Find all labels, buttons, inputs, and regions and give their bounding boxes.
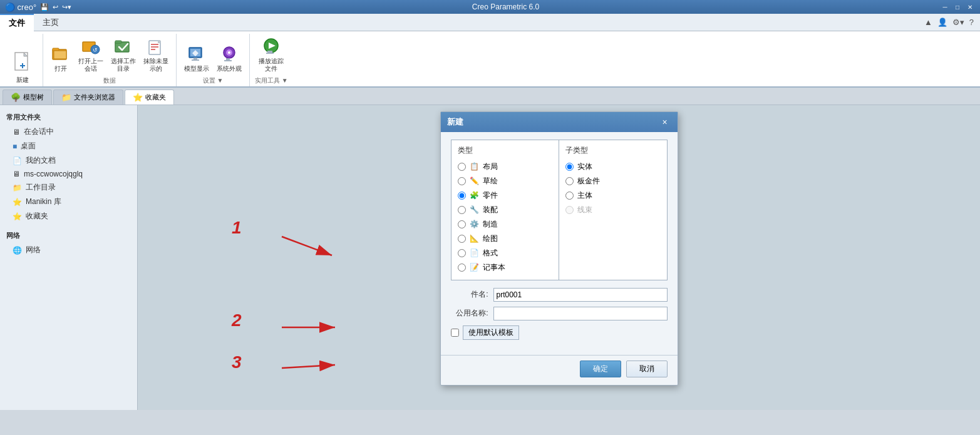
sidebar-item-documents[interactable]: 📄 我的文档 [0,153,137,168]
subtype-col-header: 子类型 [565,145,661,156]
title-bar: 🔵 creo° 💾 ↩ ↪▾ Creo Parametric 6.0 ─ □ ✕ [0,0,980,14]
redo-dropdown-icon[interactable]: ↪▾ [62,3,71,11]
erase-button[interactable]: 抹除未显 示的 [141,35,171,74]
system-appearance-btn-label: 系统外观 [217,65,242,73]
svg-marker-13 [158,41,160,43]
subtype-solid[interactable]: 实体 [565,160,661,174]
user-icon[interactable]: 👤 [937,18,947,27]
type-column: 类型 📋 布局 ✏️ 草绘 [451,140,560,280]
new-btn-label: 新建 [16,76,29,84]
settings-group-label: 设置 ▼ [203,76,224,85]
ribbon-group-data: 打开 ↺ 打开上一 会话 [43,34,177,86]
system-appearance-icon [219,44,239,64]
svg-line-31 [282,237,332,255]
quick-access-icon[interactable]: 💾 [40,3,49,11]
tab-folder-browser[interactable]: 📁 文件夹浏览器 [53,90,123,105]
open-button[interactable]: 打开 [48,43,73,74]
ribbon-group-tools: 播放追踪 文件 实用工具 ▼ [250,34,293,86]
type-col-header: 类型 [458,145,553,156]
use-template-checkbox[interactable] [451,329,459,337]
type-part[interactable]: 🧩 零件 [458,188,553,203]
assembly-icon: 🔧 [470,205,479,214]
svg-point-24 [228,51,230,54]
notebook-icon: 📝 [470,263,479,272]
type-manufacture[interactable]: ⚙️ 制造 [458,217,553,232]
sidebar-item-desktop[interactable]: ■ 桌面 [0,139,137,153]
sidebar: 常用文件夹 🖥 在会话中 ■ 桌面 📄 我的文档 🖥 ms-ccwowcojqg… [0,105,138,410]
undo-icon[interactable]: ↩ [53,3,58,11]
menu-bar: 文件 主页 ▲ 👤 ⚙▾ ? [0,14,980,31]
help-icon[interactable]: ▲ [924,18,932,27]
menu-item-file[interactable]: 文件 [0,14,34,31]
dialog-title-bar: 新建 × [441,112,678,132]
close-button[interactable]: ✕ [965,3,975,11]
subtype-column: 子类型 实体 板金件 [559,140,667,280]
type-subtype-section: 类型 📋 布局 ✏️ 草绘 [451,140,668,280]
open-last-button[interactable]: ↺ 打开上一 会话 [76,35,106,74]
type-format[interactable]: 📄 格式 [458,246,553,260]
ok-button[interactable]: 确定 [580,361,621,377]
sidebar-item-favorites[interactable]: ⭐ 收藏夹 [0,209,137,223]
select-dir-button[interactable]: 选择工作 目录 [108,35,138,74]
filename-input[interactable] [493,288,668,302]
common-name-input[interactable] [493,307,668,320]
app-logo-icon: 🔵 creo° [5,3,36,12]
sidebar-item-manikin[interactable]: ⭐ Manikin 库 [0,195,137,209]
new-dialog: 新建 × 类型 📋 布局 [440,111,678,386]
sidebar-item-computer[interactable]: 🖥 ms-ccwowcojqglq [0,168,137,180]
svg-rect-20 [193,58,197,59]
sidebar-network-title: 网络 [0,228,137,243]
drawing-icon: 📐 [470,234,479,243]
new-icon [10,50,35,75]
select-dir-icon [113,36,133,56]
minimize-button[interactable]: ─ [940,3,950,11]
new-button[interactable]: 新建 [8,49,38,85]
dialog-body: 类型 📋 布局 ✏️ 草绘 [441,132,678,355]
dialog-close-button[interactable]: × [659,116,671,128]
type-drawing[interactable]: 📐 绘图 [458,232,553,246]
network-icon: 🌐 [13,246,22,255]
format-icon: 📄 [470,248,479,257]
menu-item-home[interactable]: 主页 [34,14,68,31]
sidebar-section-title: 常用文件夹 [0,110,137,125]
sidebar-item-workdir[interactable]: 📁 工作目录 [0,180,137,195]
data-group-label: 数据 [103,76,116,85]
playback-button[interactable]: 播放追踪 文件 [256,35,286,74]
model-display-icon [187,44,207,64]
type-notebook[interactable]: 📝 记事本 [458,260,553,275]
favorites-icon: ⭐ [133,93,143,102]
model-display-button[interactable]: 模型显示 [182,43,212,74]
tab-favorites[interactable]: ⭐ 收藏夹 [125,90,174,105]
type-sketch[interactable]: ✏️ 草绘 [458,174,553,188]
subtype-sheetmetal[interactable]: 板金件 [565,174,661,188]
annotation-3: 3 [232,352,242,372]
documents-icon: 📄 [13,156,22,165]
type-assembly[interactable]: 🔧 装配 [458,203,553,217]
use-template-label: 使用默认模板 [463,325,519,340]
sidebar-favorites-icon: ⭐ [13,212,22,221]
subtype-harness[interactable]: 线束 [565,203,661,217]
svg-rect-26 [224,60,232,61]
system-appearance-button[interactable]: 系统外观 [214,43,244,74]
subtype-bulk[interactable]: 主体 [565,188,661,203]
content-area: 1 2 3 新建 × 类型 [138,105,980,410]
ribbon-group-settings: 模型显示 系统外观 设置 ▼ [177,34,250,86]
question-icon[interactable]: ? [969,18,974,27]
dialog-title: 新建 [447,116,463,128]
open-last-icon: ↺ [81,36,101,56]
maximize-button[interactable]: □ [952,3,962,11]
svg-line-34 [282,365,335,368]
type-layout[interactable]: 📋 布局 [458,160,553,174]
settings-icon[interactable]: ⚙▾ [952,18,964,27]
cancel-button[interactable]: 取消 [626,361,668,377]
app-title: Creo Parametric 6.0 [71,3,940,11]
select-dir-btn-label: 选择工作 目录 [111,58,136,73]
model-tree-icon: 🌳 [11,93,21,102]
ribbon-group-new: 新建 [3,34,43,86]
erase-icon [146,36,166,56]
sidebar-item-session[interactable]: 🖥 在会话中 [0,125,137,139]
sidebar-item-network[interactable]: 🌐 网络 [0,243,137,257]
main-area: 常用文件夹 🖥 在会话中 ■ 桌面 📄 我的文档 🖥 ms-ccwowcojqg… [0,105,980,410]
tab-model-tree[interactable]: 🌳 模型树 [3,90,52,105]
part-icon: 🧩 [470,191,479,200]
